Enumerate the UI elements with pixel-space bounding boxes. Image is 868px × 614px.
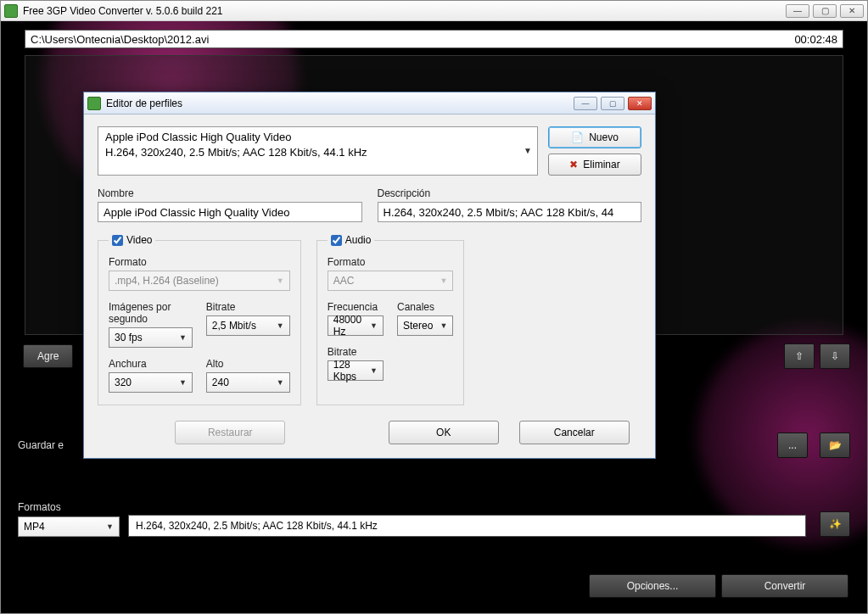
action-row: Opciones... Convertir: [584, 574, 848, 598]
video-bitrate-label: Bitrate: [206, 301, 290, 313]
browse-folder-button[interactable]: ...: [777, 433, 808, 458]
delete-icon: ✖: [569, 159, 578, 170]
format-select[interactable]: MP4▼: [18, 516, 120, 537]
options-button[interactable]: Opciones...: [589, 574, 716, 598]
dialog-body: Apple iPod Classic High Quality Video H.…: [84, 114, 655, 458]
move-down-button[interactable]: ⇩: [820, 343, 850, 369]
profile-editor-button[interactable]: ✨: [820, 511, 850, 537]
format-detail-text: H.264, 320x240, 2.5 Mbit/s; AAC 128 Kbit…: [136, 520, 378, 532]
cancel-button[interactable]: Cancelar: [519, 421, 630, 444]
fps-label: Imágenes por segundo: [109, 301, 193, 325]
dialog-app-icon: [87, 97, 101, 110]
new-profile-button[interactable]: 📄 Nuevo: [548, 126, 641, 148]
format-row: Formatos MP4▼ H.264, 320x240, 2.5 Mbit/s…: [18, 501, 850, 537]
chevron-down-icon: ▼: [524, 145, 532, 157]
name-input[interactable]: [98, 202, 362, 222]
video-enable-checkbox[interactable]: [112, 235, 123, 246]
video-format-label: Formato: [109, 256, 290, 268]
audio-format-select: AAC▼: [328, 271, 454, 291]
format-detail-box[interactable]: H.264, 320x240, 2.5 Mbit/s; AAC 128 Kbit…: [128, 515, 806, 537]
audio-enable-checkbox[interactable]: [331, 235, 342, 246]
height-label: Alto: [206, 358, 290, 370]
audio-fieldset: Audio Formato AAC▼ Frecuencia 48000 Hz▼: [316, 234, 465, 405]
save-label: Guardar e: [18, 439, 64, 451]
dialog-maximize-button[interactable]: ▢: [601, 97, 624, 110]
add-files-button[interactable]: Agre: [23, 344, 73, 368]
width-select[interactable]: 320▼: [109, 372, 193, 393]
width-label: Anchura: [109, 358, 193, 370]
dialog-minimize-button[interactable]: —: [574, 97, 597, 110]
app-icon: [4, 4, 18, 18]
file-path-bar: C:\Users\Ontecnia\Desktop\2012.avi 00:02…: [25, 30, 843, 48]
convert-button[interactable]: Convertir: [721, 574, 848, 598]
minimize-button[interactable]: —: [786, 4, 809, 18]
fps-select[interactable]: 30 fps▼: [109, 327, 193, 348]
video-format-select: .mp4, H.264 (Baseline)▼: [109, 271, 290, 291]
channels-select[interactable]: Stereo▼: [397, 315, 453, 336]
main-body: C:\Users\Ontecnia\Desktop\2012.avi 00:02…: [1, 21, 867, 613]
video-fieldset: Video Formato .mp4, H.264 (Baseline)▼ Im…: [98, 234, 301, 405]
main-window: Free 3GP Video Converter v. 5.0.6 build …: [0, 0, 868, 614]
delete-profile-button[interactable]: ✖ Eliminar: [548, 154, 641, 176]
formats-label: Formatos: [18, 501, 120, 513]
audio-format-label: Formato: [328, 256, 454, 268]
video-legend: Video: [109, 234, 155, 246]
profile-editor-dialog: Editor de perfiles — ▢ ✕ Apple iPod Clas…: [83, 92, 656, 459]
frequency-label: Frecuencia: [328, 301, 384, 313]
description-label: Descripción: [378, 187, 642, 199]
profile-select[interactable]: Apple iPod Classic High Quality Video H.…: [98, 126, 538, 176]
height-select[interactable]: 240▼: [206, 372, 290, 393]
channels-label: Canales: [397, 301, 453, 313]
move-up-button[interactable]: ⇧: [784, 343, 815, 369]
audio-bitrate-label: Bitrate: [328, 346, 384, 358]
open-folder-button[interactable]: 📂: [820, 433, 850, 458]
video-bitrate-select[interactable]: 2,5 Mbit/s▼: [206, 315, 290, 336]
restore-button: Restaurar: [175, 421, 285, 444]
dialog-close-button[interactable]: ✕: [628, 97, 652, 110]
ok-button[interactable]: OK: [389, 421, 499, 444]
duration-text: 00:02:48: [794, 33, 837, 46]
description-input[interactable]: [378, 202, 642, 222]
audio-legend: Audio: [328, 234, 375, 246]
frequency-select[interactable]: 48000 Hz▼: [328, 315, 384, 336]
dialog-titlebar: Editor de perfiles — ▢ ✕: [84, 92, 655, 114]
document-icon: 📄: [571, 131, 584, 143]
profile-line1: Apple iPod Classic High Quality Video: [105, 130, 517, 145]
profile-line2: H.264, 320x240, 2.5 Mbit/s; AAC 128 Kbit…: [105, 145, 517, 160]
dialog-title-text: Editor de perfiles: [106, 98, 182, 109]
main-titlebar: Free 3GP Video Converter v. 5.0.6 build …: [1, 1, 867, 21]
file-path-text: C:\Users\Ontecnia\Desktop\2012.avi: [31, 33, 209, 46]
main-title-text: Free 3GP Video Converter v. 5.0.6 build …: [23, 5, 222, 17]
close-button[interactable]: ✕: [840, 4, 864, 18]
audio-bitrate-select[interactable]: 128 Kbps▼: [328, 360, 384, 381]
maximize-button[interactable]: ▢: [813, 4, 837, 18]
name-label: Nombre: [98, 187, 362, 199]
